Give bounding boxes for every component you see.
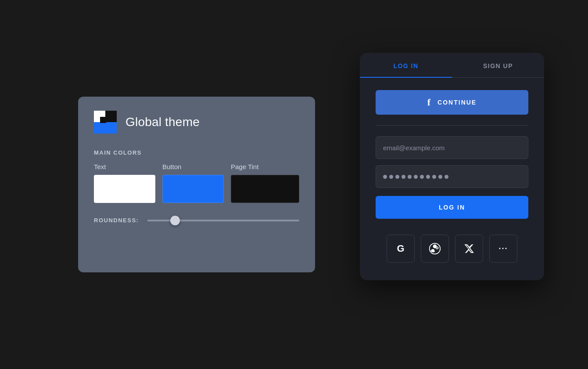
password-dot	[389, 175, 393, 179]
facebook-continue-button[interactable]: f CONTINUE	[376, 90, 528, 115]
password-dot	[432, 175, 436, 179]
svg-point-3	[437, 247, 437, 248]
password-dot	[426, 175, 430, 179]
more-icon: ···	[498, 244, 508, 253]
email-input[interactable]	[376, 136, 528, 159]
password-input[interactable]	[376, 165, 528, 188]
steam-login-button[interactable]	[421, 235, 449, 263]
password-dot	[402, 175, 405, 179]
twitter-login-button[interactable]	[455, 235, 483, 263]
login-button-label: LOG IN	[439, 204, 465, 211]
theme-card-title: Global theme	[125, 115, 200, 129]
password-dot	[383, 175, 387, 179]
twitter-icon	[464, 243, 474, 254]
login-button[interactable]: LOG IN	[376, 196, 528, 219]
tab-signup[interactable]: SIGN UP	[452, 53, 544, 77]
colors-row: Text Button Page Tint	[94, 163, 299, 203]
color-col-page-tint: Page Tint	[231, 163, 299, 203]
login-body: f CONTINUE LOG IN G	[360, 90, 544, 263]
password-dot	[420, 175, 424, 179]
password-dot	[414, 175, 418, 179]
google-login-button[interactable]: G	[387, 235, 415, 263]
facebook-icon: f	[427, 97, 431, 108]
roundness-row: ROUNDNESS:	[94, 217, 299, 224]
steam-icon	[429, 242, 441, 255]
color-col-text: Text	[94, 163, 162, 203]
tab-login[interactable]: LOG IN	[360, 53, 452, 77]
color-swatch-text[interactable]	[94, 175, 155, 203]
login-tabs: LOG IN SIGN UP	[360, 53, 544, 78]
google-icon: G	[397, 243, 404, 254]
colors-section-label: MAIN COLORS	[94, 149, 299, 156]
theme-card-header: Global theme	[94, 111, 299, 134]
roundness-slider[interactable]	[147, 220, 299, 221]
color-page-tint-label: Page Tint	[231, 163, 299, 170]
roundness-label: ROUNDNESS:	[94, 217, 139, 224]
divider	[376, 125, 528, 126]
color-swatch-page-tint[interactable]	[231, 175, 299, 203]
password-dot	[445, 175, 448, 179]
theme-logo	[94, 111, 117, 134]
color-col-button: Button	[162, 163, 231, 203]
more-login-button[interactable]: ···	[489, 235, 517, 263]
password-dot	[438, 175, 442, 179]
color-swatch-button[interactable]	[162, 175, 224, 203]
password-dot	[395, 175, 399, 179]
login-card: LOG IN SIGN UP f CONTINUE LOG IN	[360, 53, 544, 280]
theme-card: Global theme MAIN COLORS Text Button Pag…	[78, 97, 315, 272]
slider-thumb[interactable]	[170, 216, 180, 225]
social-row: G ···	[376, 235, 528, 263]
color-button-label: Button	[162, 163, 231, 170]
color-text-label: Text	[94, 163, 162, 170]
continue-label: CONTINUE	[437, 99, 477, 106]
password-dot	[408, 175, 412, 179]
